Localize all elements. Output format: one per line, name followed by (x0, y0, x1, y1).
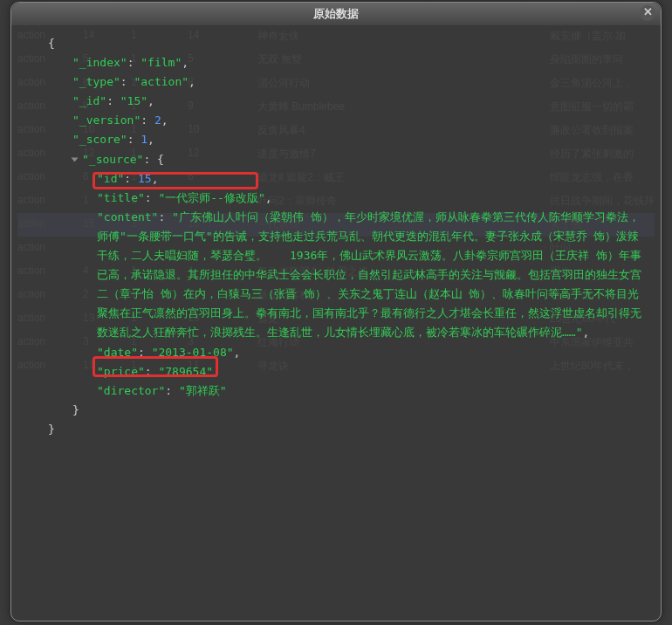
highlight-box (93, 356, 218, 377)
dialog-title: 原始数据 (313, 7, 359, 20)
expand-icon[interactable] (72, 158, 79, 162)
highlight-box (93, 172, 258, 189)
raw-data-dialog: 原始数据 ✕ { "_index": "film", "_type": "act… (10, 2, 662, 622)
close-icon[interactable]: ✕ (640, 5, 655, 21)
dialog-titlebar[interactable]: 原始数据 ✕ (11, 3, 661, 25)
json-viewer: { "_index": "film", "_type": "action", "… (11, 25, 661, 448)
